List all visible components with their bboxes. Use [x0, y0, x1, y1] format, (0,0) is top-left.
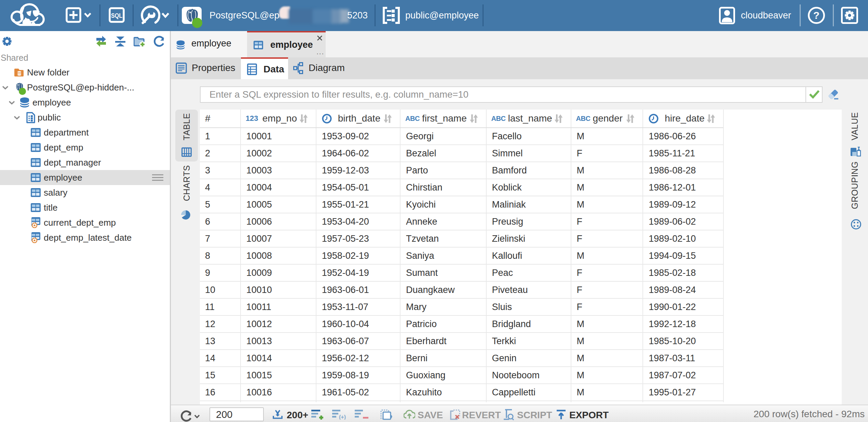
svg-text:?: ?	[813, 10, 819, 21]
svg-text:SQL: SQL	[111, 12, 122, 19]
svg-text:(+): (+)	[339, 414, 346, 420]
